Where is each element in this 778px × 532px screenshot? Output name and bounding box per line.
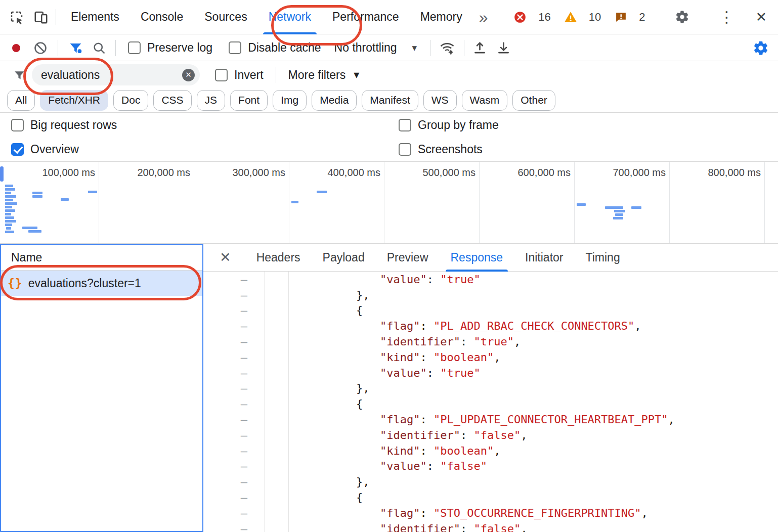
network-conditions-icon[interactable]: [440, 40, 455, 56]
close-devtools-icon[interactable]: ✕: [752, 9, 770, 25]
invert-checkbox[interactable]: [215, 69, 228, 81]
timeline-tick-label: 800,000 ms: [708, 167, 761, 179]
timeline-tick-label: 500,000 ms: [422, 167, 476, 179]
requests-table-panel: Name {}evaluations?cluster=1: [0, 244, 203, 532]
code-token: "identifier": [380, 429, 460, 441]
code-token: :: [420, 507, 434, 519]
filter-funnel-icon[interactable]: [68, 40, 83, 55]
network-activity-bar: [5, 188, 15, 191]
detail-tab-headers[interactable]: Headers: [245, 244, 312, 272]
code-token: "STO_OCCURRENCE_FINGERPRINTING": [434, 507, 641, 519]
devtools-tab-console[interactable]: Console: [130, 0, 194, 34]
big-request-rows-checkbox[interactable]: [11, 119, 24, 131]
code-token: :: [460, 429, 474, 441]
code-token: ,: [634, 320, 641, 332]
filter-chip-other[interactable]: Other: [512, 90, 555, 111]
more-options-icon[interactable]: ⋮: [715, 8, 738, 26]
code-line: –"kind": "boolean",: [203, 443, 778, 459]
filter-chip-wasm[interactable]: Wasm: [462, 90, 508, 111]
code-token: :: [420, 320, 434, 332]
device-toolbar-icon[interactable]: [31, 8, 51, 27]
timeline-gridline: [479, 162, 480, 243]
throttling-dropdown[interactable]: No throttling ▾: [334, 41, 417, 55]
more-tabs-icon[interactable]: »: [473, 9, 494, 25]
invert-label: Invert: [234, 68, 264, 82]
detail-tab-preview[interactable]: Preview: [376, 244, 440, 272]
filter-chip-doc[interactable]: Doc: [113, 90, 148, 111]
devtools-tab-elements[interactable]: Elements: [60, 0, 130, 34]
line-marker: –: [203, 491, 265, 504]
code-token: ,: [668, 413, 675, 426]
warning-counter[interactable]: 10: [561, 8, 601, 27]
preserve-log-checkbox[interactable]: [128, 41, 141, 54]
code-line: –"value": "true": [203, 365, 778, 381]
filter-chip-manifest[interactable]: Manifest: [362, 90, 418, 111]
filter-chip-ws[interactable]: WS: [423, 90, 457, 111]
network-activity-bar: [5, 206, 12, 208]
close-details-icon[interactable]: ✕: [217, 249, 234, 265]
network-settings-gear-icon[interactable]: [753, 40, 769, 56]
code-token: ,: [521, 429, 527, 441]
overview-checkbox[interactable]: [11, 143, 24, 156]
search-icon[interactable]: [92, 41, 106, 55]
devtools-tab-performance[interactable]: Performance: [322, 0, 410, 34]
detail-tab-response[interactable]: Response: [440, 244, 514, 272]
timeline-gridline: [289, 162, 289, 243]
error-icon: [510, 8, 530, 27]
request-row[interactable]: {}evaluations?cluster=1: [1, 271, 202, 296]
inspect-element-icon[interactable]: [7, 8, 26, 27]
filter-chip-media[interactable]: Media: [312, 90, 357, 111]
group-by-frame-checkbox[interactable]: [399, 119, 411, 131]
error-counter[interactable]: 16: [510, 8, 550, 27]
import-har-icon[interactable]: [472, 40, 487, 55]
network-filter-input[interactable]: evaluations ✕: [32, 64, 200, 85]
network-overview-timeline[interactable]: 100,000 ms200,000 ms300,000 ms400,000 ms…: [0, 162, 778, 244]
line-marker: –: [203, 429, 265, 441]
record-network-log-button[interactable]: [12, 44, 20, 52]
network-activity-bar: [5, 231, 14, 233]
filter-chip-js[interactable]: JS: [197, 90, 226, 111]
clear-network-log-icon[interactable]: [33, 41, 48, 55]
devtools-tab-network[interactable]: Network: [258, 0, 322, 34]
filter-chip-fetch-xhr[interactable]: Fetch/XHR: [40, 90, 108, 111]
code-line: –"flag": "PL_ADD_RBAC_CHECK_CONNECTORS",: [203, 318, 778, 334]
response-code-lines: –"value": "true"–},–{–"flag": "PL_ADD_RB…: [203, 272, 778, 532]
devtools-tab-sources[interactable]: Sources: [194, 0, 257, 34]
network-activity-bar: [5, 195, 16, 198]
response-viewer[interactable]: –"value": "true"–},–{–"flag": "PL_ADD_RB…: [203, 272, 778, 532]
disable-cache-checkbox[interactable]: [229, 41, 241, 54]
network-filter-row: evaluations ✕ Invert More filters ▾: [0, 62, 778, 88]
detail-tab-payload[interactable]: Payload: [312, 244, 376, 272]
detail-tab-initiator[interactable]: Initiator: [514, 244, 574, 272]
devtools-tab-memory[interactable]: Memory: [410, 0, 473, 34]
timeline-left-handle[interactable]: [0, 166, 4, 182]
more-filters-dropdown[interactable]: More filters ▾: [288, 68, 360, 82]
filter-chip-all[interactable]: All: [7, 90, 35, 111]
filter-chip-css[interactable]: CSS: [153, 90, 191, 111]
code-text: "flag": "STO_OCCURRENCE_FINGERPRINTING",: [265, 507, 648, 519]
clear-filter-icon[interactable]: ✕: [182, 69, 195, 81]
filter-chip-font[interactable]: Font: [230, 90, 268, 111]
timeline-gridline: [384, 162, 384, 243]
requests-name-column-header[interactable]: Name: [1, 245, 202, 271]
line-marker: –: [203, 522, 265, 532]
screenshots-checkbox[interactable]: [399, 143, 411, 156]
filter-chip-img[interactable]: Img: [273, 90, 307, 111]
line-marker: –: [203, 367, 265, 379]
network-activity-bar: [5, 209, 15, 212]
network-activity-bar: [291, 201, 298, 203]
timeline-tick-label: 200,000 ms: [137, 167, 190, 179]
line-marker: –: [203, 289, 265, 301]
detail-tab-timing[interactable]: Timing: [575, 244, 631, 272]
export-har-icon[interactable]: [496, 40, 511, 55]
big-request-rows-label: Big request rows: [30, 118, 117, 132]
issues-counter[interactable]: 2: [611, 8, 645, 27]
divider: [58, 40, 58, 56]
group-by-frame-label: Group by frame: [418, 118, 499, 132]
settings-gear-icon[interactable]: [672, 8, 691, 27]
line-marker: –: [203, 320, 265, 332]
code-token: "value": [380, 367, 427, 379]
network-activity-bar: [88, 191, 97, 193]
code-text: "flag": "PL_ADD_RBAC_CHECK_CONNECTORS",: [265, 320, 641, 332]
network-activity-bar: [5, 216, 14, 219]
